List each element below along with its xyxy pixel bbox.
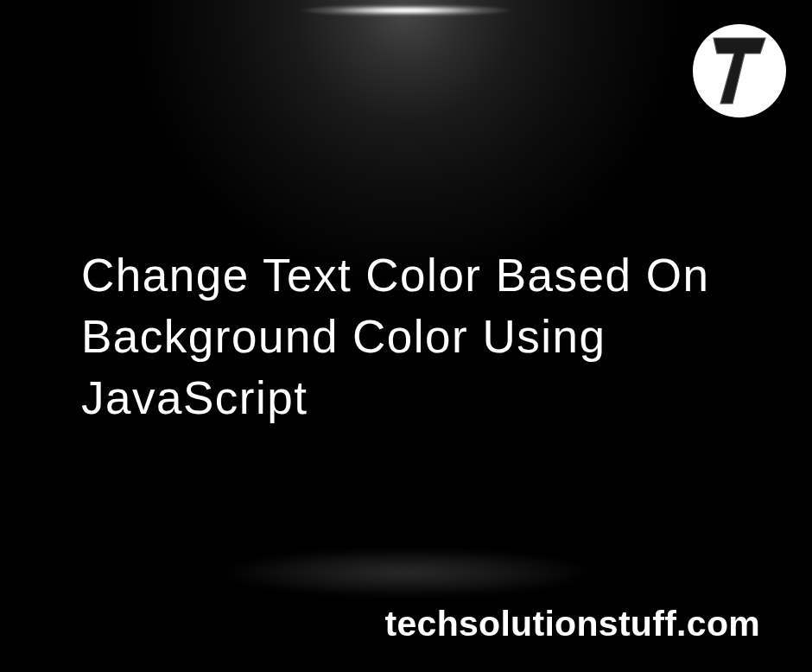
floor-reflection	[138, 534, 674, 612]
light-source-bar	[259, 0, 553, 21]
banner-stage: Change Text Color Based On Background Co…	[0, 0, 812, 672]
brand-logo	[693, 24, 786, 117]
logo-t-icon	[708, 33, 771, 109]
website-url: techsolutionstuff.com	[384, 604, 760, 644]
main-heading: Change Text Color Based On Background Co…	[81, 244, 760, 428]
